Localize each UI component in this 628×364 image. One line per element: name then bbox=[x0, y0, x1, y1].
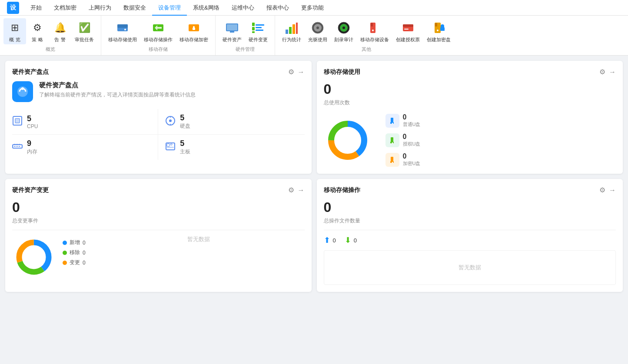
svg-rect-62 bbox=[391, 137, 393, 142]
svg-rect-43 bbox=[14, 146, 15, 147]
motherboard-icon bbox=[165, 141, 176, 154]
settings-icon-storage-ops[interactable]: ⚙ bbox=[599, 186, 605, 194]
settings-icon-hw-changes[interactable]: ⚙ bbox=[288, 186, 294, 194]
ribbon-item-storage-enc[interactable]: 移动存储加密 bbox=[176, 18, 212, 44]
usb-donut-section: 0 普通U盘 0 授权U盘 bbox=[324, 113, 616, 167]
svg-rect-16 bbox=[289, 27, 292, 34]
hw-changes-no-data: 暂无数据 bbox=[93, 235, 305, 243]
enc-disk-icon bbox=[431, 20, 447, 36]
usb-auth-count: 0 bbox=[403, 133, 421, 141]
svg-rect-30 bbox=[404, 29, 409, 30]
menu-item-data-security[interactable]: 数据安全 bbox=[117, 0, 152, 16]
svg-rect-14 bbox=[256, 30, 263, 31]
svg-rect-65 bbox=[391, 157, 393, 161]
hw-inventory-text: 硬件资产盘点 了解终端当前硬件资产情况，可进入详情页面按品牌等查看统计信息 bbox=[39, 81, 196, 99]
menu-item-doc-encrypt[interactable]: 文档加密 bbox=[48, 0, 83, 16]
app-logo: 设 bbox=[7, 2, 19, 14]
ram-label: 内存 bbox=[27, 148, 37, 156]
svg-rect-10 bbox=[252, 27, 255, 30]
svg-rect-38 bbox=[15, 118, 20, 123]
disk-count: 5 bbox=[180, 113, 190, 122]
svg-rect-59 bbox=[391, 118, 393, 122]
ribbon-label-storage-device: 移动存储设备 bbox=[360, 36, 389, 43]
svg-rect-45 bbox=[17, 146, 18, 147]
settings-icon-usb[interactable]: ⚙ bbox=[599, 68, 605, 76]
ribbon-group-label-storage: 移动存储 bbox=[105, 44, 212, 55]
ribbon-item-enc-disk[interactable]: 创建加密盘 bbox=[423, 18, 454, 44]
arrow-right-icon-hw-changes[interactable]: → bbox=[298, 186, 305, 194]
ribbon-item-approval[interactable]: ✅ 审批任务 bbox=[71, 18, 97, 44]
menu-item-ops[interactable]: 运维中心 bbox=[226, 0, 260, 16]
ribbon-label-storage-use: 移动存储使用 bbox=[108, 36, 137, 43]
svg-rect-12 bbox=[256, 24, 264, 26]
ribbon-item-cdrom[interactable]: 光驱使用 bbox=[305, 18, 331, 44]
cpu-count: 5 bbox=[27, 114, 38, 123]
legend-count-change: 0 bbox=[83, 260, 86, 266]
ribbon-item-hw-change[interactable]: 硬件变更 bbox=[245, 18, 271, 44]
legend-count-remove: 0 bbox=[83, 250, 86, 256]
hw-changes-total-label: 总变更事件 bbox=[12, 217, 305, 225]
ribbon-group-other: 行为统计 光驱使用 刻录审计 移动存储设备 bbox=[275, 16, 458, 55]
storage-ops-total-label: 总操作文件数量 bbox=[324, 217, 616, 225]
svg-rect-44 bbox=[16, 146, 17, 147]
hw-inventory-subtitle: 硬件资产盘点 bbox=[39, 81, 196, 89]
svg-point-36 bbox=[21, 87, 24, 90]
usb-normal-label: 普通U盘 bbox=[403, 121, 421, 128]
cdrom-icon bbox=[310, 20, 326, 36]
menu-item-device[interactable]: 设备管理 bbox=[152, 0, 187, 16]
hw-changes-donut bbox=[12, 235, 56, 279]
svg-rect-7 bbox=[227, 24, 237, 30]
settings-icon-hw-inventory[interactable]: ⚙ bbox=[288, 68, 294, 76]
ribbon-item-auth-ticket[interactable]: 创建授权票 bbox=[392, 18, 423, 44]
ribbon-group-label-hw: 硬件管理 bbox=[219, 44, 271, 55]
svg-rect-34 bbox=[440, 27, 445, 31]
arrow-right-icon-hw-inventory[interactable]: → bbox=[298, 68, 305, 76]
ribbon-item-burn[interactable]: 刻录审计 bbox=[331, 18, 357, 44]
menu-item-report[interactable]: 报表中心 bbox=[260, 0, 295, 16]
menu-item-system[interactable]: 系统&网络 bbox=[187, 0, 226, 16]
ribbon-label-storage-enc: 移动存储加密 bbox=[179, 36, 208, 43]
ribbon-label-storage-op: 移动存储操作 bbox=[144, 36, 173, 43]
storage-use-icon bbox=[115, 20, 130, 36]
arrow-right-icon-storage-ops[interactable]: → bbox=[609, 186, 616, 194]
ram-icon bbox=[12, 141, 23, 154]
download-arrow-icon: ⬇ bbox=[345, 235, 351, 245]
ribbon-item-storage-device[interactable]: 移动存储设备 bbox=[357, 18, 392, 44]
svg-rect-29 bbox=[403, 24, 413, 27]
ribbon-item-hw-asset[interactable]: 硬件资产 bbox=[219, 18, 245, 44]
cpu-label: CPU bbox=[27, 123, 38, 129]
card-title-hw-changes: 硬件资产变更 bbox=[12, 186, 49, 194]
ribbon-label-burn: 刻录审计 bbox=[334, 36, 353, 43]
ram-count: 9 bbox=[27, 139, 37, 148]
ribbon-group-storage: 移动存储使用 移动存储操作 移动存储加密 移动存储 bbox=[101, 16, 216, 55]
disk-icon bbox=[165, 116, 176, 128]
top-menu-bar: 设 开始 文档加密 上网行为 数据安全 设备管理 系统&网络 运维中心 报表中心… bbox=[0, 0, 628, 16]
usb-normal-icon bbox=[385, 114, 399, 128]
svg-rect-1 bbox=[117, 24, 128, 28]
svg-rect-11 bbox=[252, 31, 255, 33]
card-hardware-inventory: 硬件资产盘点 ⚙ → 硬件资产盘点 了解终端当前硬件资产情况，可进入详情页面按品… bbox=[5, 61, 312, 174]
ribbon-item-storage-op[interactable]: 移动存储操作 bbox=[140, 18, 176, 44]
op-upload-item: ⬆ 0 bbox=[324, 235, 336, 245]
menu-item-web[interactable]: 上网行为 bbox=[83, 0, 117, 16]
svg-rect-13 bbox=[256, 27, 262, 28]
download-count: 0 bbox=[354, 237, 357, 244]
usb-total-label: 总使用次数 bbox=[324, 99, 616, 106]
ribbon-item-behavior[interactable]: 行为统计 bbox=[279, 18, 305, 44]
ribbon-item-alert[interactable]: 🔔 告 警 bbox=[49, 18, 71, 44]
svg-point-41 bbox=[169, 119, 172, 122]
legend-label-add: 新增 bbox=[70, 239, 80, 246]
stat-cpu: 5 CPU bbox=[12, 109, 158, 135]
svg-point-24 bbox=[342, 26, 345, 29]
ribbon-group-label-overview: 概览 bbox=[3, 44, 97, 55]
menu-item-more[interactable]: 更多功能 bbox=[295, 0, 330, 16]
legend-item-change: 变更 0 bbox=[63, 259, 86, 266]
arrow-right-icon-usb[interactable]: → bbox=[609, 68, 616, 76]
ribbon-item-policy[interactable]: ⚙ 策 略 bbox=[26, 18, 49, 44]
ribbon-label-enc-disk: 创建加密盘 bbox=[427, 36, 451, 43]
menu-item-start[interactable]: 开始 bbox=[24, 0, 48, 16]
ribbon-item-storage-use[interactable]: 移动存储使用 bbox=[105, 18, 140, 44]
motherboard-count: 5 bbox=[180, 139, 190, 148]
ribbon-item-overview[interactable]: ⊞ 概 览 bbox=[3, 18, 26, 44]
usb-donut-chart bbox=[324, 116, 372, 164]
